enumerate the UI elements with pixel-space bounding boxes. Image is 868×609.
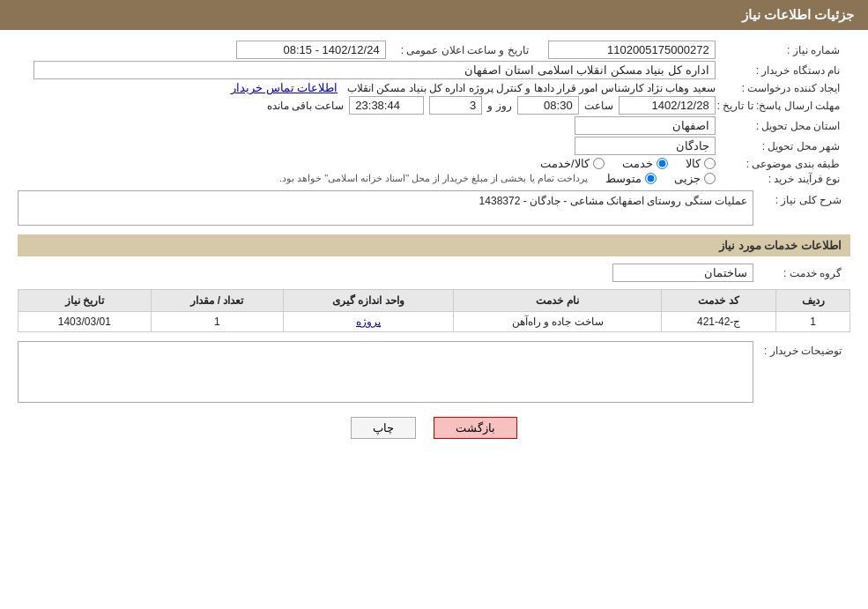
shahr-label: شهر محل تحویل : xyxy=(717,137,849,155)
main-info-table: شماره نیاز : 1102005175000272 تاریخ و سا… xyxy=(18,39,850,187)
page-header: جزئیات اطلاعات نیاز xyxy=(0,0,868,30)
gorooh-label: گروه خدمت : xyxy=(753,267,850,279)
roz-value: 3 xyxy=(429,96,482,115)
khadamat-label: خدمت xyxy=(622,157,653,170)
cell-unit[interactable]: پروژه xyxy=(284,312,454,332)
cell-date: 1403/03/01 xyxy=(19,312,152,332)
tarikh-aalan-label: تاریخ و ساعت اعلان عمومی : xyxy=(388,41,538,59)
button-row: بازگشت چاپ xyxy=(18,417,850,439)
cell-count: 1 xyxy=(151,312,283,332)
nooe-note: پرداخت تمام یا بخشی از مبلغ خریدار از مح… xyxy=(279,173,588,184)
jozii-radio-item[interactable]: جزیی xyxy=(674,172,716,185)
nooe-farayand-label: نوع فرآیند خرید : xyxy=(717,172,849,185)
jozii-radio[interactable] xyxy=(704,173,716,184)
gorooh-value: ساختمان xyxy=(612,264,753,282)
services-table: ردیف کد خدمت نام خدمت واحد اندازه گیری ت… xyxy=(18,289,850,332)
col-radif: ردیف xyxy=(776,290,850,312)
motavaset-label: متوسط xyxy=(605,172,642,185)
date-value: 1402/12/28 xyxy=(619,96,716,115)
ostan-label: استان محل تحویل : xyxy=(717,116,849,135)
kala-khadamat-label: کالا/خدمت xyxy=(540,157,590,170)
nam-dastgah-value: اداره کل بنیاد مسکن انقلاب اسلامی استان … xyxy=(33,61,716,79)
sharh-value: عملیات سنگی روستای اصفهانک مشاعی - جادگا… xyxy=(18,190,753,226)
print-button[interactable]: چاپ xyxy=(351,417,416,439)
kala-radio-item[interactable]: کالا xyxy=(686,157,716,170)
ijad-konande-value: سعید وهاب نژاد کارشناس امور قرار دادها و… xyxy=(347,82,716,94)
kala-khadamat-radio[interactable] xyxy=(593,158,605,169)
col-count: تعداد / مقدار xyxy=(151,290,283,312)
sharh-label: شرح کلی نیاز : xyxy=(753,190,850,206)
tawsif-textarea[interactable] xyxy=(18,341,753,403)
remaining-value: 23:38:44 xyxy=(349,96,424,115)
khadamat-radio[interactable] xyxy=(657,158,668,169)
kala-khadamat-radio-item[interactable]: کالا/خدمت xyxy=(540,157,605,170)
col-date: تاریخ نیاز xyxy=(19,290,152,312)
cell-radif: 1 xyxy=(776,312,850,332)
time-label: ساعت xyxy=(584,100,613,112)
time-value: 08:30 xyxy=(517,96,579,115)
ijad-konande-label: ایجاد کننده درخواست : xyxy=(717,81,849,94)
kala-label: کالا xyxy=(686,157,701,170)
motavaset-radio-item[interactable]: متوسط xyxy=(605,172,657,185)
mohlet-ersal-label: مهلت ارسال پاسخ: تا تاریخ : xyxy=(717,96,849,115)
shahr-value: جادگان xyxy=(575,137,716,155)
tabaghebandi-label: طبقه بندی موضوعی : xyxy=(717,157,849,170)
roz-label: روز و xyxy=(487,100,511,112)
khadamat-radio-item[interactable]: خدمت xyxy=(622,157,668,170)
kala-radio[interactable] xyxy=(704,158,716,169)
jozii-label: جزیی xyxy=(674,172,701,185)
col-code: کد خدمت xyxy=(662,290,776,312)
nam-dastgah-label: نام دستگاه خریدار : xyxy=(717,61,849,79)
back-button[interactable]: بازگشت xyxy=(434,417,517,439)
shmare-niaz-value: 1102005175000272 xyxy=(548,41,716,59)
services-section-title: اطلاعات خدمات مورد نیاز xyxy=(18,234,850,256)
remaining-label: ساعت باقی مانده xyxy=(267,100,345,112)
ettelaat-tamas-link[interactable]: اطلاعات تماس خریدار xyxy=(231,81,338,94)
motavaset-radio[interactable] xyxy=(645,173,657,184)
ostan-value: اصفهان xyxy=(575,116,716,135)
table-row: 1ج-42-421ساخت جاده و راه‌آهنپروژه11403/0… xyxy=(19,312,850,332)
tarikh-aalan-value: 1402/12/24 - 08:15 xyxy=(236,41,386,59)
cell-code: ج-42-421 xyxy=(662,312,776,332)
page-title: جزئیات اطلاعات نیاز xyxy=(742,7,854,22)
cell-name: ساخت جاده و راه‌آهن xyxy=(453,312,661,332)
col-unit: واحد اندازه گیری xyxy=(284,290,454,312)
shmare-niaz-label: شماره نیاز : xyxy=(717,41,849,59)
col-name: نام خدمت xyxy=(453,290,661,312)
tawsif-label: توضیحات خریدار : xyxy=(753,341,850,357)
